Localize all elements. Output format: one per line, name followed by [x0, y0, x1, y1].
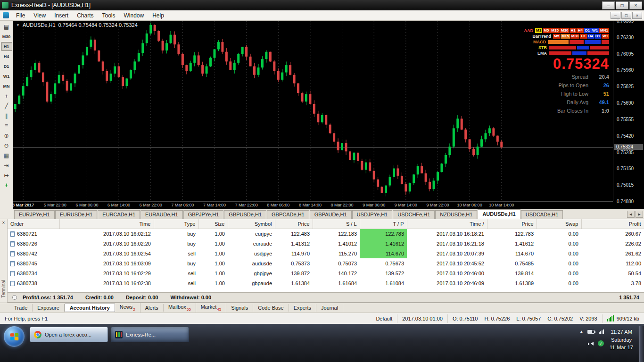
- history-row[interactable]: 63807382017.03.10 16:02:38sell1.00gbpaud…: [8, 278, 644, 288]
- price-axis[interactable]: 0.763650.762300.760950.759600.758250.756…: [613, 21, 644, 201]
- terminal-tab-journal[interactable]: Journal: [316, 304, 343, 312]
- zoom-out-icon[interactable]: ⊖: [1, 141, 12, 150]
- menu-view[interactable]: View: [29, 11, 50, 20]
- column-header-sl[interactable]: S / L: [313, 219, 360, 229]
- cell-size: 1.00: [198, 229, 228, 239]
- tab-scroll-buttons: ◀▶: [627, 211, 643, 219]
- maximize-button[interactable]: □: [616, 1, 628, 9]
- history-row[interactable]: 63807452017.03.10 16:03:09buy1.00audusde…: [8, 258, 644, 268]
- timeframe-m30[interactable]: M30: [1, 32, 12, 41]
- column-header-price[interactable]: Price: [275, 219, 313, 229]
- menu-tools[interactable]: Tools: [98, 11, 120, 20]
- cell-sl: 0.75073: [313, 258, 360, 268]
- candlestick-chart[interactable]: [13, 21, 613, 201]
- trendline-icon[interactable]: ╱: [1, 101, 12, 110]
- action-center-check-icon[interactable]: ✓: [598, 340, 604, 346]
- column-header-order[interactable]: Order: [8, 219, 59, 229]
- timeframe-chip-h1: H1: [570, 28, 576, 33]
- terminal-tab-signals[interactable]: Signals: [226, 304, 253, 312]
- column-header-size[interactable]: Size: [198, 219, 228, 229]
- history-row[interactable]: 63807342017.03.10 16:02:29sell1.00gbpjpy…: [8, 268, 644, 278]
- terminal-tab-mailbox[interactable]: Mailbox55: [164, 303, 196, 312]
- menu-insert[interactable]: Insert: [50, 11, 73, 20]
- status-profile[interactable]: Default: [371, 314, 397, 323]
- indicator-bar-segment: [602, 40, 609, 44]
- taskbar-mt4-button[interactable]: Exness-Re...: [111, 327, 189, 342]
- chart-tab-usdchfeh1[interactable]: USDCHFe,H1: [393, 210, 435, 219]
- column-header-swap[interactable]: Swap: [537, 219, 581, 229]
- volume-icon[interactable]: [589, 342, 594, 346]
- chart-tab-usdcadeh1[interactable]: USDCADe,H1: [521, 210, 563, 219]
- terminal-close-icon[interactable]: ×: [2, 219, 5, 226]
- terminal-tab-trade[interactable]: Trade: [9, 304, 33, 312]
- chart-tabs-bar: EURJPYe,H1EURUSDe,H1EURCADe,H1EURAUDe,H1…: [13, 209, 644, 219]
- timeframe-d1[interactable]: D1: [1, 62, 12, 71]
- chart-tab-gbpcadeh1[interactable]: GBPCADe,H1: [267, 210, 309, 219]
- menu-file[interactable]: File: [12, 11, 29, 20]
- balance-summary-row: Profit/Loss: 1 351.74Credit: 0.00Deposit…: [8, 292, 644, 303]
- history-row[interactable]: 63807422017.03.10 16:02:54sell1.00usdjpy…: [8, 248, 644, 258]
- terminal-tab-exposure[interactable]: Exposure: [33, 304, 64, 312]
- start-button[interactable]: [4, 326, 25, 347]
- scroll-left-icon[interactable]: ◀: [627, 211, 635, 218]
- terminal-tab-code-base[interactable]: Code Base: [253, 304, 289, 312]
- timeframe-mn[interactable]: MN: [1, 82, 12, 90]
- chart-column: ▼ AUDUSDe,H1 0.75464 0.75484 0.75324 0.7…: [13, 21, 644, 219]
- scroll-right-icon[interactable]: ▶: [636, 211, 643, 218]
- hidden-icons-arrow[interactable]: ▲: [579, 329, 583, 334]
- stat-row-pips-to-open: Pips to Open26: [558, 82, 609, 89]
- chart-tab-euraudeh1[interactable]: EURAUDe,H1: [140, 210, 183, 219]
- taskbar-chrome-button[interactable]: Open a forex acco...: [30, 327, 108, 342]
- column-header-close_time[interactable]: Time /: [407, 219, 487, 229]
- timeframe-h1[interactable]: H1: [1, 42, 12, 51]
- close-button[interactable]: ×: [629, 1, 642, 9]
- chart-tab-gbpusdeh1[interactable]: GBPUSDe,H1: [224, 210, 266, 219]
- terminal-tab-experts[interactable]: Experts: [289, 304, 316, 312]
- minimize-button[interactable]: –: [602, 1, 615, 9]
- history-row[interactable]: 63807212017.03.10 16:02:12buy1.00eurjpye…: [8, 229, 644, 239]
- menu-help[interactable]: Help: [148, 11, 168, 20]
- chart-tab-eurcadeh1[interactable]: EURCADe,H1: [98, 210, 140, 219]
- tile-windows-icon[interactable]: ▦: [1, 151, 12, 160]
- menu-window[interactable]: Window: [120, 11, 149, 20]
- chart-tab-nzdusdeh1[interactable]: NZDUSDe,H1: [435, 210, 477, 219]
- child-minimize-button[interactable]: –: [611, 12, 620, 19]
- auto-scroll-icon[interactable]: ↦: [1, 171, 12, 180]
- column-header-close_price[interactable]: Price: [487, 219, 537, 229]
- battery-icon[interactable]: [587, 330, 594, 334]
- column-header-type[interactable]: Type: [154, 219, 198, 229]
- zoom-in-icon[interactable]: ⊕: [1, 131, 12, 140]
- terminal-tab-alerts[interactable]: Alerts: [140, 304, 164, 312]
- chart-tab-eurjpyeh1[interactable]: EURJPYe,H1: [14, 210, 55, 219]
- column-header-symbol[interactable]: Symbol: [228, 219, 275, 229]
- terminal-tab-account-history[interactable]: Account History: [65, 304, 115, 312]
- show-desktop-button[interactable]: [639, 326, 644, 362]
- timeframe-w1[interactable]: W1: [1, 72, 12, 81]
- child-close-button[interactable]: ×: [632, 12, 642, 19]
- column-header-profit[interactable]: Profit: [581, 219, 644, 229]
- chevron-down-icon[interactable]: ▼: [16, 23, 20, 27]
- column-header-tp[interactable]: T / P: [360, 219, 407, 229]
- chart-tab-gbpaudeh1[interactable]: GBPAUDe,H1: [310, 210, 352, 219]
- column-header-open_time[interactable]: Time: [59, 219, 154, 229]
- menu-charts[interactable]: Charts: [73, 11, 98, 20]
- taskbar-clock[interactable]: 11:27 AM Saturday 11-Mar-17: [608, 326, 638, 352]
- time-axis-label: 8 Mar 22:00: [331, 203, 354, 207]
- new-order-icon[interactable]: +: [1, 181, 12, 189]
- chart-tab-audusdeh1[interactable]: AUDUSDe,H1: [478, 209, 520, 219]
- fibonacci-icon[interactable]: ≡: [1, 121, 12, 130]
- child-restore-button[interactable]: □: [621, 12, 631, 19]
- channel-icon[interactable]: ∥: [1, 111, 12, 120]
- history-row[interactable]: 63807262017.03.10 16:02:20buy1.00euraude…: [8, 239, 644, 248]
- chart-tab-eurusdeh1[interactable]: EURUSDe,H1: [55, 210, 98, 219]
- timeframe-h4[interactable]: H4: [1, 52, 12, 61]
- chart-tab-usdjpyeh1[interactable]: USDJPYe,H1: [352, 210, 393, 219]
- chart-shift-icon[interactable]: ⇥: [1, 161, 12, 170]
- new-chart-icon[interactable]: ▤: [1, 22, 12, 31]
- terminal-tab-market[interactable]: Market45: [196, 303, 227, 312]
- time-axis[interactable]: 3 Mar 20175 Mar 22:006 Mar 06:006 Mar 14…: [13, 201, 613, 209]
- network-bars-icon[interactable]: [599, 329, 604, 334]
- terminal-tab-news[interactable]: News2: [115, 303, 140, 312]
- crosshair-icon[interactable]: +: [1, 91, 12, 100]
- chart-tab-gbpjpyeh1[interactable]: GBPJPYe,H1: [183, 210, 224, 219]
